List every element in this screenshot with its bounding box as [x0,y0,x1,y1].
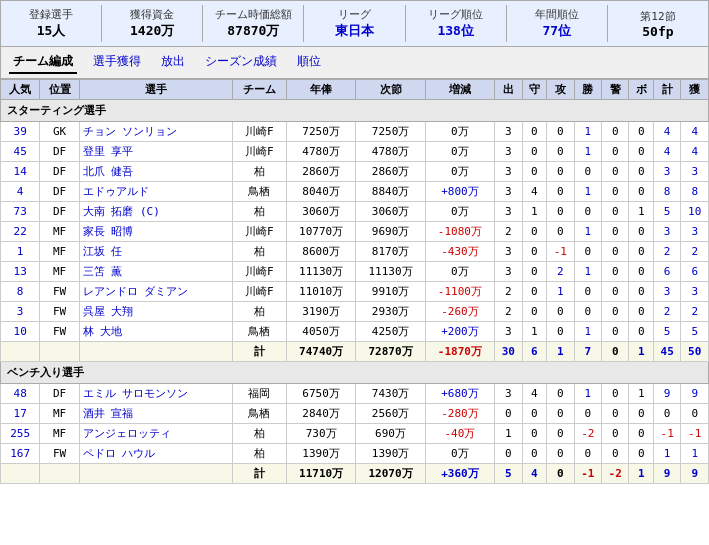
table-row: 45DF登里 享平川崎F4780万4780万0万30010044 [1,142,709,162]
player-name[interactable]: チョン ソンリョン [79,122,232,142]
popularity[interactable]: 45 [1,142,40,162]
popularity[interactable]: 14 [1,162,40,182]
popularity[interactable]: 3 [1,302,40,322]
player-name[interactable]: 大南 拓磨 (C) [79,202,232,222]
player-name[interactable]: 江坂 任 [79,242,232,262]
player-name[interactable]: エミル サロモンソン [79,384,232,404]
player-name[interactable]: 林 大地 [79,322,232,342]
bo: 0 [629,282,653,302]
popularity[interactable]: 17 [1,404,40,424]
guard: 1 [522,322,546,342]
col-win: 勝 [574,80,601,100]
total[interactable]: 6 [653,262,680,282]
guard: 0 [522,162,546,182]
tab-player-acquire[interactable]: 選手獲得 [89,51,145,74]
tab-ranking[interactable]: 順位 [293,51,325,74]
tab-season-results[interactable]: シーズン成績 [201,51,281,74]
change: +200万 [425,322,494,342]
total[interactable]: 5 [653,202,680,222]
stat-league[interactable]: リーグ 東日本 [304,5,405,42]
total[interactable]: 4 [653,122,680,142]
player-name[interactable]: ペドロ ハウル [79,444,232,464]
popularity[interactable]: 8 [1,282,40,302]
team: 川崎F [232,262,286,282]
salary: 730万 [286,424,355,444]
popularity[interactable]: 167 [1,444,40,464]
get: 2 [681,242,709,262]
get: 8 [681,182,709,202]
attack: 0 [547,404,574,424]
warn: 0 [602,162,629,182]
total[interactable]: 9 [653,384,680,404]
bo: 0 [629,302,653,322]
player-name[interactable]: 登里 享平 [79,142,232,162]
total[interactable]: 2 [653,242,680,262]
popularity[interactable]: 4 [1,182,40,202]
player-name[interactable]: 酒井 宣福 [79,404,232,424]
attack: 2 [547,262,574,282]
player-name[interactable]: 家長 昭博 [79,222,232,242]
popularity[interactable]: 13 [1,262,40,282]
popularity[interactable]: 39 [1,122,40,142]
table-row: 3FW呉屋 大翔柏3190万2930万-260万20000022 [1,302,709,322]
player-name[interactable]: レアンドロ ダミアン [79,282,232,302]
change: -40万 [425,424,494,444]
position: MF [40,262,79,282]
total[interactable]: 3 [653,222,680,242]
position: DF [40,162,79,182]
tab-release[interactable]: 放出 [157,51,189,74]
popularity[interactable]: 255 [1,424,40,444]
next-salary: 2560万 [356,404,425,424]
warn: 0 [602,222,629,242]
tab-team-formation[interactable]: チーム編成 [9,51,77,74]
total[interactable]: 4 [653,142,680,162]
change: 0万 [425,162,494,182]
total[interactable]: 8 [653,182,680,202]
total-row: 計74740万72870万-1870万30617014550 [1,342,709,362]
total[interactable]: 2 [653,302,680,322]
popularity[interactable]: 48 [1,384,40,404]
bo: 0 [629,122,653,142]
stat-league-rank[interactable]: リーグ順位 138位 [406,5,507,42]
position: DF [40,202,79,222]
total[interactable]: 0 [653,404,680,424]
col-next: 次節 [356,80,425,100]
header-stats: 登録選手 15人 獲得資金 1420万 チーム時価総額 87870万 リーグ 東… [0,0,709,47]
total[interactable]: -1 [653,424,680,444]
table-row: 10FW林 大地鳥栖4050万4250万+200万31010055 [1,322,709,342]
de: 0 [495,444,522,464]
de: 3 [495,182,522,202]
total[interactable]: 1 [653,444,680,464]
get: 4 [681,122,709,142]
warn: 0 [602,302,629,322]
attack: 0 [547,202,574,222]
attack: 0 [547,384,574,404]
warn: 0 [602,322,629,342]
de: 2 [495,222,522,242]
change: +800万 [425,182,494,202]
warn: 0 [602,424,629,444]
popularity[interactable]: 1 [1,242,40,262]
position: MF [40,242,79,262]
player-name[interactable]: 呉屋 大翔 [79,302,232,322]
total[interactable]: 5 [653,322,680,342]
team: 柏 [232,444,286,464]
win: 0 [574,162,601,182]
total-row: 計11710万12070万+360万540-1-2199 [1,464,709,484]
total[interactable]: 3 [653,282,680,302]
popularity[interactable]: 73 [1,202,40,222]
player-name[interactable]: エドゥアルド [79,182,232,202]
get: 1 [681,444,709,464]
table-row: 17MF酒井 宣福鳥栖2840万2560万-280万00000000 [1,404,709,424]
popularity[interactable]: 10 [1,322,40,342]
total[interactable]: 3 [653,162,680,182]
player-name[interactable]: 北爪 健吾 [79,162,232,182]
col-warn: 警 [602,80,629,100]
attack: 1 [547,282,574,302]
stat-annual-rank[interactable]: 年間順位 77位 [507,5,608,42]
position: DF [40,142,79,162]
popularity[interactable]: 22 [1,222,40,242]
player-name[interactable]: アンジェロッティ [79,424,232,444]
warn: 0 [602,384,629,404]
player-name[interactable]: 三笘 薫 [79,262,232,282]
